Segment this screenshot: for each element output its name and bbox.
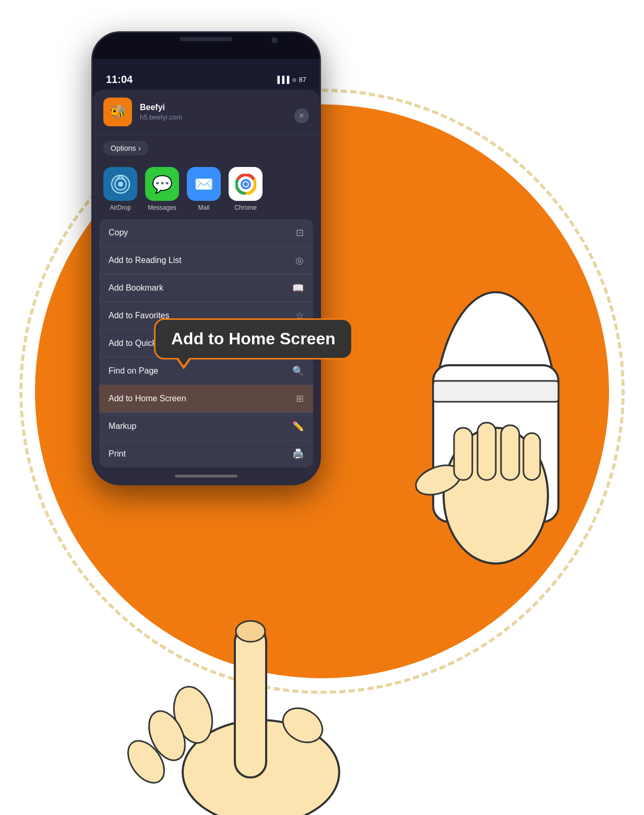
print-menu-item[interactable]: Print 🖨️ bbox=[99, 440, 313, 468]
app-icons-row: AirDrop 💬 Messages ✉️ Mail bbox=[93, 162, 319, 219]
messages-app[interactable]: 💬 Messages bbox=[145, 167, 179, 211]
status-bar: 11:04 ▐▐▐ ⌾ 87 bbox=[93, 59, 319, 90]
print-label: Print bbox=[109, 449, 126, 459]
mail-app[interactable]: ✉️ Mail bbox=[187, 167, 221, 211]
svg-point-18 bbox=[118, 182, 123, 187]
options-button[interactable]: Options › bbox=[103, 141, 148, 155]
chrome-label: Chrome bbox=[234, 204, 257, 211]
beefyi-icon: 🐝 bbox=[110, 104, 126, 120]
status-time: 11:04 bbox=[106, 74, 133, 86]
share-app-url: h5.beefyi.com bbox=[140, 113, 182, 121]
add-home-label: Add to Home Screen bbox=[109, 394, 186, 403]
share-header: 🐝 Beefyi h5.beefyi.com × bbox=[93, 98, 319, 135]
battery-icon: 87 bbox=[299, 76, 306, 83]
tooltip-callout: Add to Home Screen bbox=[154, 318, 353, 359]
app-icon: 🐝 bbox=[103, 98, 132, 126]
markup-menu-item[interactable]: Markup ✏️ bbox=[99, 413, 313, 440]
reading-list-label: Add to Reading List bbox=[109, 256, 182, 265]
phone-notch bbox=[93, 33, 319, 59]
find-icon: 🔍 bbox=[292, 365, 304, 377]
bookmark-icon: 📖 bbox=[292, 282, 304, 294]
airdrop-app[interactable]: AirDrop bbox=[103, 167, 137, 211]
chrome-icon bbox=[229, 167, 263, 201]
airdrop-icon bbox=[103, 167, 137, 201]
chrome-app[interactable]: Chrome bbox=[229, 167, 263, 211]
front-camera bbox=[271, 37, 278, 43]
add-home-icon: ⊞ bbox=[296, 393, 304, 404]
messages-label: Messages bbox=[148, 204, 176, 211]
wifi-icon: ⌾ bbox=[292, 76, 296, 83]
reading-list-menu-item[interactable]: Add to Reading List ◎ bbox=[99, 247, 313, 274]
phone: 11:04 ▐▐▐ ⌾ 87 🐝 Beefyi h5.beefyi.com × bbox=[91, 31, 321, 485]
svg-point-24 bbox=[244, 182, 248, 186]
mail-icon: ✉️ bbox=[187, 167, 221, 201]
mail-label: Mail bbox=[198, 204, 209, 211]
airdrop-label: AirDrop bbox=[110, 204, 131, 211]
status-icons: ▐▐▐ ⌾ 87 bbox=[275, 76, 306, 83]
options-label: Options bbox=[111, 144, 136, 152]
reading-list-icon: ◎ bbox=[295, 255, 304, 266]
share-app-name: Beefyi bbox=[140, 103, 182, 112]
find-on-page-menu-item[interactable]: Find on Page 🔍 bbox=[99, 357, 313, 385]
share-sheet: 🐝 Beefyi h5.beefyi.com × Options › bbox=[93, 90, 319, 485]
add-to-home-screen-menu-item[interactable]: Add to Home Screen ⊞ bbox=[99, 385, 313, 413]
phone-pill bbox=[180, 37, 232, 41]
options-chevron: › bbox=[138, 144, 141, 152]
home-indicator bbox=[175, 475, 237, 477]
svg-point-14 bbox=[121, 734, 171, 789]
markup-label: Markup bbox=[109, 422, 136, 431]
find-on-page-label: Find on Page bbox=[109, 366, 158, 376]
markup-icon: ✏️ bbox=[292, 421, 304, 432]
svg-point-15 bbox=[277, 701, 328, 749]
svg-point-9 bbox=[183, 720, 339, 815]
copy-label: Copy bbox=[109, 228, 128, 237]
svg-point-13 bbox=[142, 705, 193, 766]
svg-point-12 bbox=[168, 682, 218, 747]
copy-menu-item[interactable]: Copy ⊡ bbox=[99, 219, 313, 247]
messages-icon: 💬 bbox=[145, 167, 179, 201]
bookmark-label: Add Bookmark bbox=[109, 283, 163, 293]
close-button[interactable]: × bbox=[294, 109, 309, 123]
phone-screen: 🐝 Beefyi h5.beefyi.com × Options › bbox=[93, 90, 319, 485]
signal-icon: ▐▐▐ bbox=[275, 76, 290, 83]
bookmark-menu-item[interactable]: Add Bookmark 📖 bbox=[99, 274, 313, 302]
print-icon: 🖨️ bbox=[292, 448, 304, 460]
share-app-info: Beefyi h5.beefyi.com bbox=[140, 103, 182, 121]
copy-icon: ⊡ bbox=[296, 227, 304, 238]
tooltip-text: Add to Home Screen bbox=[171, 329, 336, 348]
